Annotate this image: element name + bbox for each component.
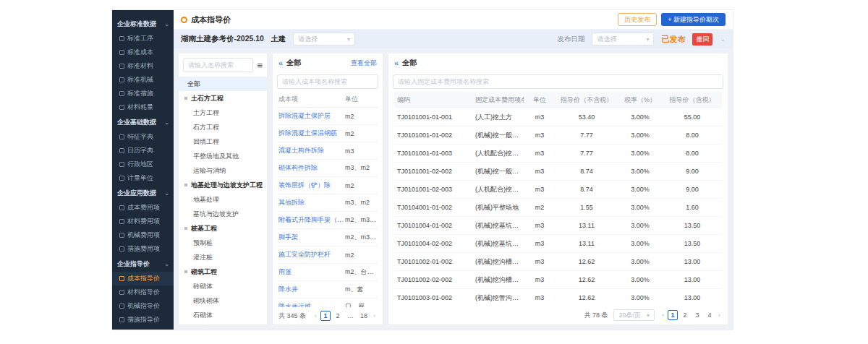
collapse-panel-icon[interactable]: « — [278, 59, 283, 67]
cost-item-row[interactable]: 其他拆除m3、m2 — [277, 194, 378, 212]
page-number[interactable]: 1 — [320, 311, 331, 321]
sidebar-item[interactable]: 材料指导价 — [112, 285, 174, 299]
sidebar-item[interactable]: 特征字典 — [112, 130, 174, 144]
cost-item-link[interactable]: 拆除混凝土保温钢筋 — [278, 129, 345, 138]
cost-item-row[interactable]: 混凝土构件拆除m3 — [277, 142, 378, 160]
next-page-icon[interactable]: › — [717, 311, 722, 319]
sidebar-item[interactable]: 成本费用项 — [112, 201, 174, 215]
tree-search-input[interactable] — [183, 58, 253, 72]
sidebar-section-header[interactable]: 企业基础数据⌄ — [112, 114, 174, 130]
cost-item-row[interactable]: 脚手架m2、m3… — [277, 229, 378, 246]
tree-node[interactable]: 基坑与边坡支护 — [179, 207, 267, 221]
tree-node[interactable]: 桩基工程 — [179, 221, 267, 236]
cost-item-link[interactable]: 混凝土构件拆除 — [278, 146, 345, 155]
sidebar-item[interactable]: 标准机械 — [112, 73, 174, 87]
price-row[interactable]: TJ0101003-01-002(机械)挖管沟土方m312.623.00%13.… — [394, 289, 722, 306]
category-select[interactable]: 请选择 ▾ — [293, 33, 355, 46]
sidebar-item[interactable]: 机械费用项 — [112, 228, 174, 242]
collapse-panel-icon[interactable]: « — [394, 59, 399, 67]
tree-node[interactable]: 回填工程 — [179, 134, 267, 149]
sidebar-section-header[interactable]: 企业标准数据⌄ — [112, 16, 174, 32]
publish-date-select[interactable]: 请选择 ▾ — [592, 33, 654, 46]
cost-item-link[interactable]: 降水井运维 — [278, 302, 345, 307]
next-page-icon[interactable]: › — [372, 312, 377, 319]
sidebar-section-header[interactable]: 企业指导价⌄ — [112, 256, 174, 272]
page-number[interactable]: 4 — [705, 310, 715, 320]
cost-item-link[interactable]: 脚手架 — [278, 233, 345, 242]
sidebar-section-header[interactable]: 企业应用数据⌄ — [112, 185, 174, 201]
cost-item-row[interactable]: 砌体构件拆除m3、m2 — [277, 160, 378, 177]
page-number[interactable]: 2 — [680, 310, 690, 320]
cost-item-link[interactable]: 降水井 — [278, 285, 345, 294]
price-row[interactable]: TJ0104001-01-002(机械)平整场地m21.553.00%1.60 — [394, 199, 722, 217]
new-period-button[interactable]: + 新建指导价期次 — [661, 13, 726, 26]
cost-item-row[interactable]: 降水井m、套 — [277, 281, 378, 298]
sidebar-item[interactable]: 日历字典 — [112, 144, 174, 158]
page-number[interactable]: … — [345, 311, 356, 321]
price-row[interactable]: TJ0101001-02-002(机械)挖一般土方m38.743.00%9.00 — [394, 163, 722, 181]
cost-item-row[interactable]: 装饰层拆（铲）除m2 — [277, 177, 378, 194]
cost-item-link[interactable]: 雨篷 — [278, 267, 345, 277]
page-number[interactable]: 3 — [692, 310, 702, 320]
cost-item-row[interactable]: 附着式升降脚手架（爬架）m2、m3… — [277, 212, 378, 229]
cost-item-link[interactable]: 附着式升降脚手架（爬架） — [278, 215, 345, 225]
page-size-select[interactable]: 20条/页 ▾ — [613, 309, 655, 321]
sidebar-item[interactable]: 行政地区 — [112, 158, 174, 171]
tree-node[interactable]: 砖砌体 — [179, 279, 267, 293]
tree-node[interactable]: 地基处理 — [179, 192, 267, 207]
sidebar-item[interactable]: 机械指导价 — [112, 299, 174, 313]
sidebar-item[interactable]: 标准材料 — [112, 59, 174, 73]
sidebar-item[interactable]: 措施指导价 — [112, 313, 174, 327]
page-number[interactable]: 2 — [333, 311, 343, 321]
prev-page-icon[interactable]: ‹ — [660, 311, 665, 319]
cost-item-link[interactable]: 砌体构件拆除 — [278, 163, 345, 173]
tree-node[interactable]: 全部 — [179, 77, 267, 91]
cost-item-row[interactable]: 拆除混凝土保温钢筋m2 — [277, 125, 378, 142]
price-row[interactable]: TJ0101002-02-002(机械)挖沟槽土方m312.623.00%13.… — [394, 271, 722, 289]
history-publish-button[interactable]: 历史发布 — [618, 13, 657, 26]
price-row[interactable]: TJ0101001-02-003(人机配合)挖一般土方m38.743.00%9.… — [394, 181, 722, 199]
tree-node[interactable]: 平整场地及其他 — [179, 149, 267, 163]
cost-item-link[interactable]: 装饰层拆（铲）除 — [278, 181, 345, 190]
cost-item-link[interactable]: 施工安全防护栏杆 — [278, 250, 345, 259]
sidebar-item[interactable]: 标准工序 — [112, 32, 174, 46]
withdraw-action-badge[interactable]: 撤回 — [692, 33, 712, 46]
sidebar-item[interactable]: 标准措施 — [112, 87, 174, 100]
cost-item-row[interactable]: 降水井运维口、座… — [277, 298, 378, 307]
cost-item-link[interactable]: 拆除混凝土保护层 — [278, 111, 345, 121]
sidebar-item[interactable]: 标准成本 — [112, 46, 174, 59]
tree-node[interactable]: 砌筑工程 — [179, 265, 267, 279]
tree-node[interactable]: 地基处理与边坡支护工程 — [179, 178, 267, 192]
tree-node[interactable]: 混凝土及钢筋工程 — [179, 322, 267, 324]
tree-node[interactable]: 预制桩 — [179, 236, 267, 250]
chevron-down-icon[interactable]: ⌄ — [720, 35, 726, 43]
page-number[interactable]: 1 — [668, 310, 678, 320]
price-row[interactable]: TJ0101001-01-002(机械)挖一般土方m37.773.00%8.00 — [394, 126, 722, 145]
price-row[interactable]: TJ0101001-01-003(人机配合)挖一般土方m37.773.00%8.… — [394, 145, 722, 163]
sidebar-item[interactable]: 计量单位 — [112, 171, 174, 185]
cost-item-row[interactable]: 施工安全防护栏杆m2 — [277, 246, 378, 264]
sidebar-item[interactable]: 措施费用项 — [112, 242, 174, 256]
price-row[interactable]: TJ0101002-01-002(机械)挖沟槽土方m312.623.00%13.… — [394, 253, 722, 271]
tree-node[interactable]: 石方工程 — [179, 120, 267, 134]
view-all-link[interactable]: 查看全部 — [351, 59, 377, 68]
page-number[interactable]: 18 — [358, 311, 370, 321]
tree-node[interactable]: 运输与消纳 — [179, 163, 267, 178]
cost-item-link[interactable]: 其他拆除 — [278, 198, 345, 207]
menu-icon[interactable]: ≡ — [257, 61, 263, 70]
prev-page-icon[interactable]: ‹ — [313, 312, 318, 319]
tree-node[interactable]: 灌注桩 — [179, 250, 267, 265]
tree-node[interactable]: 砌块砌体 — [179, 293, 267, 308]
price-row[interactable]: TJ0101001-01-001(人工)挖土方m353.403.00%55.00 — [394, 108, 722, 126]
tree-node[interactable]: 石砌体 — [179, 308, 267, 322]
tree-node[interactable]: 土石方工程 — [179, 91, 267, 106]
sidebar-item[interactable]: 材料费用项 — [112, 215, 174, 228]
price-row[interactable]: TJ0101004-02-002(机械)挖基坑土方m313.113.00%13.… — [394, 235, 722, 253]
price-search-input[interactable] — [393, 74, 723, 89]
price-row[interactable]: TJ0101004-01-002(机械)挖基坑土方m313.113.00%13.… — [394, 217, 722, 235]
sidebar-item[interactable]: 材料耗量 — [112, 100, 174, 114]
cost-item-row[interactable]: 拆除混凝土保护层m2 — [277, 108, 378, 125]
tab-civil-construction[interactable]: 土建 — [271, 34, 286, 44]
sidebar-item[interactable]: 成本指导价 — [112, 272, 174, 285]
cost-item-row[interactable]: 雨篷m2、台… — [277, 264, 378, 281]
